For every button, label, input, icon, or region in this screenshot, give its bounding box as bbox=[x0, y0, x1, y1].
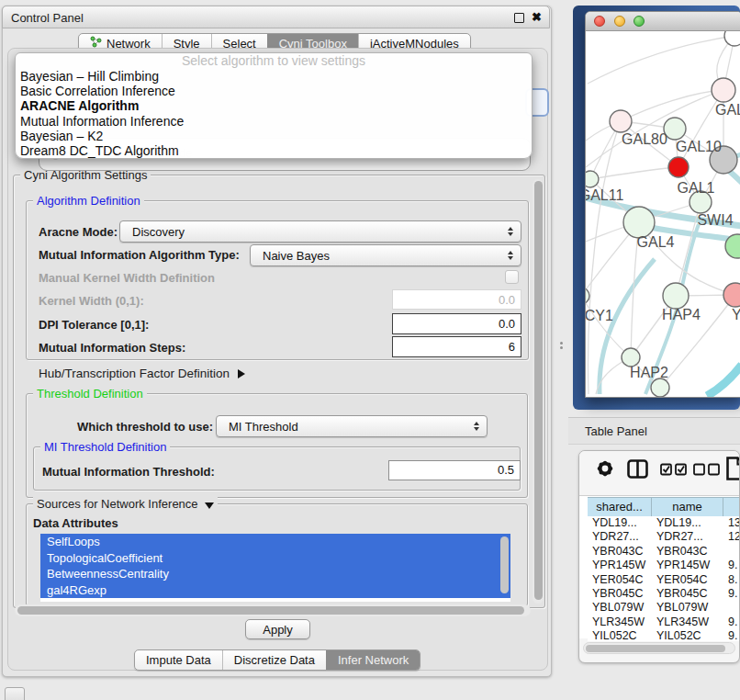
table-horizontal-scrollbar[interactable] bbox=[583, 642, 735, 654]
dpi-tolerance-label: DPI Tolerance [0,1]: bbox=[39, 318, 149, 332]
network-canvas[interactable]: GALGAL80GAL10GAL1GAL11GAL4SWI4GCY1HAP4YH… bbox=[586, 31, 740, 398]
tab-infer-network[interactable]: Infer Network bbox=[326, 650, 420, 670]
table-row-ylr345w[interactable]: YLR345WYLR345W9. bbox=[588, 615, 739, 629]
aracne-mode-combo[interactable]: Discovery bbox=[119, 220, 521, 243]
which-threshold-combo[interactable]: MI Threshold bbox=[216, 415, 488, 437]
table-cell: 9. bbox=[723, 629, 739, 641]
manual-kernel-label: Manual Kernel Width Definition bbox=[39, 271, 215, 285]
network-node-y[interactable] bbox=[723, 283, 740, 307]
node-label-gcy1: GCY1 bbox=[586, 308, 613, 323]
settings-scrollbar[interactable] bbox=[533, 179, 544, 604]
deselect-all-icon[interactable] bbox=[693, 463, 721, 480]
panel-divider-handle[interactable] bbox=[560, 342, 563, 344]
close-panel-icon[interactable]: ✖ bbox=[532, 10, 542, 24]
table-cell: YIL052C bbox=[652, 629, 723, 641]
table-cell: YLR345W bbox=[588, 615, 652, 629]
floating-panel-icon[interactable] bbox=[5, 687, 25, 700]
table-row-yer054c[interactable]: YER054CYER054C8. bbox=[588, 573, 739, 587]
select-all-icon[interactable] bbox=[660, 463, 688, 480]
minimize-window-icon[interactable] bbox=[614, 16, 625, 27]
node-label-swi4: SWI4 bbox=[697, 212, 733, 228]
control-panel-title: Control Panel bbox=[11, 11, 84, 25]
table-cell: YBR043C bbox=[588, 545, 652, 559]
table-row-ybr045c[interactable]: YBR045CYBR045C9. bbox=[588, 587, 739, 601]
network-node-gal4[interactable] bbox=[623, 207, 655, 238]
node-label-gal4: GAL4 bbox=[637, 234, 675, 250]
node-label-gal: GAL bbox=[715, 102, 740, 118]
dpi-tolerance-field[interactable]: 0.0 bbox=[392, 313, 521, 334]
network-node[interactable] bbox=[651, 378, 669, 397]
horizontal-scrollbar[interactable] bbox=[15, 604, 531, 616]
network-node-gal11[interactable] bbox=[586, 171, 599, 187]
mi-steps-field[interactable]: 6 bbox=[392, 336, 521, 357]
table-row-ybl079w[interactable]: YBL079WYBL079W bbox=[588, 601, 739, 615]
node-label-gal11: GAL11 bbox=[586, 187, 623, 203]
algorithm-option-bayesian-hill-climbing[interactable]: Bayesian – Hill Climbing bbox=[16, 69, 532, 84]
attribute-item-selfloops[interactable]: SelfLoops bbox=[40, 534, 510, 550]
list-scrollbar[interactable] bbox=[500, 536, 509, 593]
network-node[interactable] bbox=[724, 31, 740, 46]
table-panel-titlebar: Table Panel bbox=[568, 417, 740, 445]
data-attributes-label: Data Attributes bbox=[33, 516, 118, 530]
table-cell bbox=[723, 601, 739, 615]
zoom-window-icon[interactable] bbox=[633, 16, 645, 27]
mi-type-label: Mutual Information Algorithm Type: bbox=[39, 248, 240, 262]
node-label-hap4: HAP4 bbox=[662, 307, 701, 322]
network-node-gcy1[interactable] bbox=[586, 288, 589, 304]
gear-icon[interactable] bbox=[594, 457, 616, 483]
table-cell: YDL19... bbox=[652, 516, 723, 530]
network-node-gal80[interactable] bbox=[610, 110, 632, 132]
table-row-ydr27[interactable]: YDR27...YDR27...12 bbox=[588, 530, 739, 544]
algorithm-option-basic-correlation-inference[interactable]: Basic Correlation Inference bbox=[16, 84, 532, 98]
attribute-item-gal4rgexp[interactable]: gal4RGexp bbox=[40, 582, 510, 599]
stepper-arrows-icon bbox=[474, 422, 479, 431]
attribute-item-topologicalcoefficient[interactable]: TopologicalCoefficient bbox=[40, 550, 510, 567]
column-header-name[interactable]: name bbox=[652, 498, 723, 517]
algorithm-option-bayesian-k2[interactable]: Bayesian – K2 bbox=[16, 129, 532, 143]
float-window-icon[interactable] bbox=[514, 13, 524, 23]
hub-section-toggle[interactable]: Hub/Transcription Factor Definition bbox=[39, 367, 245, 380]
sources-legend[interactable]: Sources for Network Inference bbox=[33, 497, 218, 511]
column-header-a[interactable]: A bbox=[723, 498, 740, 517]
table-cell: YBR045C bbox=[652, 587, 723, 601]
network-node-hap4[interactable] bbox=[663, 283, 689, 309]
network-node-gal[interactable] bbox=[712, 78, 735, 102]
table-row-yil052c[interactable]: YIL052CYIL052C9. bbox=[588, 629, 739, 641]
table-window: shared...nameA YDL19...YDL19...13YDR27..… bbox=[578, 450, 740, 663]
bottom-tabs: Impute DataDiscretize DataInfer Network bbox=[134, 649, 420, 671]
table-cell: YBL079W bbox=[588, 601, 652, 615]
algorithm-option-mutual-information-inference[interactable]: Mutual Information Inference bbox=[16, 114, 532, 129]
network-node-hap2[interactable] bbox=[622, 348, 640, 367]
apply-button[interactable]: Apply bbox=[245, 619, 310, 639]
tab-impute-data[interactable]: Impute Data bbox=[135, 650, 222, 670]
attribute-item-betweennesscentrality[interactable]: BetweennessCentrality bbox=[40, 566, 510, 582]
split-columns-icon[interactable] bbox=[627, 459, 648, 482]
algorithm-option-aracne-algorithm[interactable]: ARACNE Algorithm bbox=[16, 98, 532, 113]
table-cell: 9. bbox=[723, 587, 739, 601]
import-table-icon[interactable] bbox=[725, 456, 740, 485]
close-window-icon[interactable] bbox=[594, 16, 605, 27]
algorithm-option-dream8-dc-tdc-algorithm[interactable]: Dream8 DC_TDC Algorithm bbox=[16, 143, 532, 158]
algorithm-definition-legend: Algorithm Definition bbox=[33, 194, 144, 208]
column-header-shared[interactable]: shared... bbox=[588, 498, 652, 517]
mi-threshold-field[interactable]: 0.5 bbox=[388, 460, 521, 480]
table-row-ypr145w[interactable]: YPR145WYPR145W9. bbox=[588, 559, 739, 572]
panel-divider-handle[interactable] bbox=[560, 346, 563, 349]
which-threshold-value: MI Threshold bbox=[229, 420, 298, 434]
table-cell: YIL052C bbox=[588, 629, 652, 641]
table-row-ydl19[interactable]: YDL19...YDL19...13 bbox=[588, 516, 739, 530]
table-cell: YDR27... bbox=[652, 530, 723, 544]
tab-discretize-data[interactable]: Discretize Data bbox=[222, 650, 326, 670]
data-attributes-list[interactable]: SelfLoopsTopologicalCoefficientBetweenne… bbox=[40, 534, 510, 602]
table-row-ybr043c[interactable]: YBR043CYBR043C bbox=[588, 545, 739, 559]
aracne-mode-value: Discovery bbox=[132, 225, 185, 239]
table-cell: YBL079W bbox=[652, 601, 723, 615]
mi-type-combo[interactable]: Naive Bayes bbox=[250, 244, 521, 266]
tab-label: Impute Data bbox=[146, 650, 211, 670]
network-node[interactable] bbox=[668, 157, 689, 177]
network-window-titlebar[interactable] bbox=[586, 12, 740, 31]
mi-steps-label: Mutual Information Steps: bbox=[39, 341, 185, 355]
table-cell: YBR043C bbox=[652, 545, 723, 559]
which-threshold-label: Which threshold to use: bbox=[77, 420, 213, 434]
sources-legend-text: Sources for Network Inference bbox=[37, 497, 198, 511]
